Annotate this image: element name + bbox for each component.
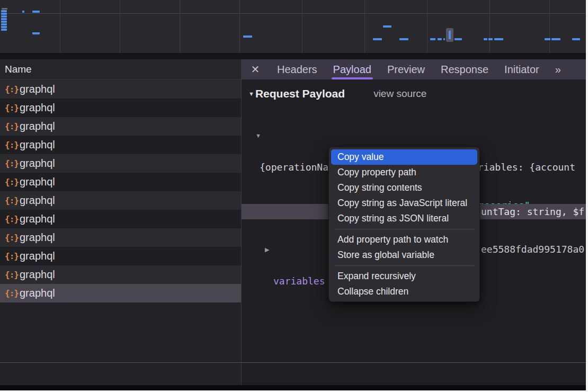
- overview-request-bar: [438, 38, 442, 40]
- request-name-label: graphql: [20, 250, 55, 262]
- chevron-right-icon[interactable]: ▶: [265, 242, 269, 257]
- table-row[interactable]: {:}graphql: [0, 80, 241, 99]
- menu-item-expand-recursively[interactable]: Expand recursively: [329, 269, 479, 284]
- request-name-label: graphql: [20, 176, 55, 188]
- overview-request-bar: [455, 38, 462, 40]
- tab-response[interactable]: Response: [441, 59, 488, 79]
- overview-gridline-vertical: [60, 0, 60, 53]
- menu-item-collapse-children[interactable]: Collapse children: [329, 284, 479, 299]
- overview-request-bar: [551, 38, 560, 40]
- table-row[interactable]: {:}graphql: [0, 247, 241, 265]
- table-row[interactable]: {:}graphql: [0, 210, 241, 228]
- chevron-down-icon[interactable]: ▼: [255, 128, 261, 144]
- overview-request-bar: [494, 38, 503, 40]
- tree-root-row[interactable]: ▼ {operationName: "ipFlowTimeseries", va…: [242, 128, 586, 144]
- menu-item-copy-string-as-json-literal[interactable]: Copy string as JSON literal: [329, 211, 479, 226]
- request-name-label: graphql: [20, 194, 55, 207]
- name-column-header[interactable]: Name: [0, 59, 241, 79]
- overview-request-bar: [1, 21, 7, 23]
- overview-request-bar: [32, 32, 40, 34]
- overview-request-bar: [488, 38, 493, 40]
- request-name-label: graphql: [20, 83, 55, 95]
- table-row[interactable]: {:}graphql: [0, 191, 241, 210]
- overview-request-bar: [32, 11, 40, 13]
- overview-request-bar: [243, 35, 252, 38]
- variables-key: variables: [273, 273, 325, 289]
- json-braces-icon: {:}: [5, 233, 20, 243]
- request-name-label: graphql: [20, 139, 55, 151]
- devtools-window: Name {:}graphql{:}graphql{:}graphql{:}gr…: [0, 0, 588, 392]
- overview-request-bar: [1, 29, 7, 31]
- context-menu: Copy valueCopy property pathCopy string …: [328, 147, 480, 302]
- request-rows: {:}graphql{:}graphql{:}graphql{:}graphql…: [0, 80, 241, 302]
- query-value-end: untTag: string, $f: [481, 204, 584, 219]
- json-braces-icon: {:}: [5, 121, 20, 131]
- overview-request-bar: [1, 26, 7, 28]
- overview-request-bar: [383, 25, 391, 28]
- overview-gridline-vertical: [239, 0, 240, 53]
- network-request-list-panel: Name {:}graphql{:}graphql{:}graphql{:}gr…: [0, 59, 241, 385]
- menu-item-store-as-global-variable[interactable]: Store as global variable: [329, 247, 479, 263]
- overview-request-bar: [484, 38, 487, 40]
- json-braces-icon: {:}: [5, 214, 20, 224]
- json-braces-icon: {:}: [5, 103, 20, 113]
- table-row[interactable]: {:}graphql: [0, 173, 241, 191]
- table-row[interactable]: {:}graphql: [0, 117, 241, 136]
- json-braces-icon: {:}: [5, 140, 20, 150]
- json-braces-icon: {:}: [5, 84, 20, 94]
- json-braces-icon: {:}: [5, 288, 20, 298]
- menu-item-copy-value[interactable]: Copy value: [331, 149, 477, 165]
- overview-gridline-horizontal: [0, 13, 586, 14]
- overview-request-bar: [443, 38, 445, 40]
- tab-initiator[interactable]: Initiator: [504, 59, 539, 79]
- overview-request-bar: [399, 38, 408, 40]
- table-row[interactable]: {:}graphql: [0, 154, 241, 173]
- overview-gridline-vertical: [302, 0, 302, 53]
- request-name-label: graphql: [20, 102, 55, 114]
- section-title: Request Payload: [255, 87, 345, 100]
- network-overview-strip[interactable]: [0, 0, 586, 53]
- overview-request-bar: [1, 15, 7, 17]
- table-row[interactable]: {:}graphql: [0, 99, 241, 117]
- overview-selected-request-bar: [449, 31, 451, 39]
- table-row[interactable]: {:}graphql: [0, 136, 241, 154]
- bottom-status-bar: [0, 385, 586, 390]
- json-braces-icon: {:}: [5, 195, 20, 206]
- overview-request-bar: [22, 11, 24, 13]
- overview-gridline-vertical: [364, 0, 365, 53]
- overview-request-bar: [373, 38, 382, 40]
- request-name-label: graphql: [20, 157, 55, 170]
- devtools-app: Name {:}graphql{:}graphql{:}graphql{:}gr…: [0, 0, 586, 390]
- request-name-label: graphql: [20, 231, 55, 244]
- json-braces-icon: {:}: [5, 158, 20, 168]
- overview-request-bar: [1, 10, 7, 12]
- name-column-label: Name: [0, 59, 241, 79]
- overview-request-bar: [1, 13, 7, 15]
- table-row[interactable]: {:}graphql: [0, 265, 241, 284]
- overview-request-bar: [1, 18, 7, 20]
- menu-item-copy-property-path[interactable]: Copy property path: [329, 165, 479, 180]
- table-row[interactable]: {:}graphql: [0, 228, 241, 247]
- tab-preview[interactable]: Preview: [387, 59, 425, 79]
- overview-request-bar: [2, 8, 7, 10]
- tab-payload[interactable]: Payload: [333, 59, 371, 79]
- json-braces-icon: {:}: [5, 270, 20, 280]
- view-source-link[interactable]: view source: [373, 88, 426, 100]
- overview-gridline-vertical: [180, 0, 180, 53]
- footer-divider: [0, 362, 586, 363]
- overview-bottom-seam: [0, 53, 586, 59]
- more-tabs-icon[interactable]: »: [555, 64, 560, 76]
- variables-preview-end: ee5588fdad995178a0: [481, 242, 584, 257]
- overview-gridline-vertical: [489, 0, 490, 53]
- overview-gridline-vertical: [549, 0, 550, 53]
- tab-headers[interactable]: Headers: [277, 59, 317, 79]
- close-icon[interactable]: ✕: [250, 63, 261, 76]
- menu-item-copy-string-contents[interactable]: Copy string contents: [329, 180, 479, 195]
- menu-item-copy-string-as-javascript-literal[interactable]: Copy string as JavaScript literal: [329, 195, 479, 211]
- overview-gridline-vertical: [120, 0, 120, 53]
- table-row[interactable]: {:}graphql: [0, 284, 241, 302]
- json-braces-icon: {:}: [5, 251, 20, 261]
- section-expand-icon[interactable]: ▼: [248, 91, 254, 97]
- menu-item-add-property-path-to-watch[interactable]: Add property path to watch: [329, 232, 479, 247]
- request-name-label: graphql: [20, 269, 55, 281]
